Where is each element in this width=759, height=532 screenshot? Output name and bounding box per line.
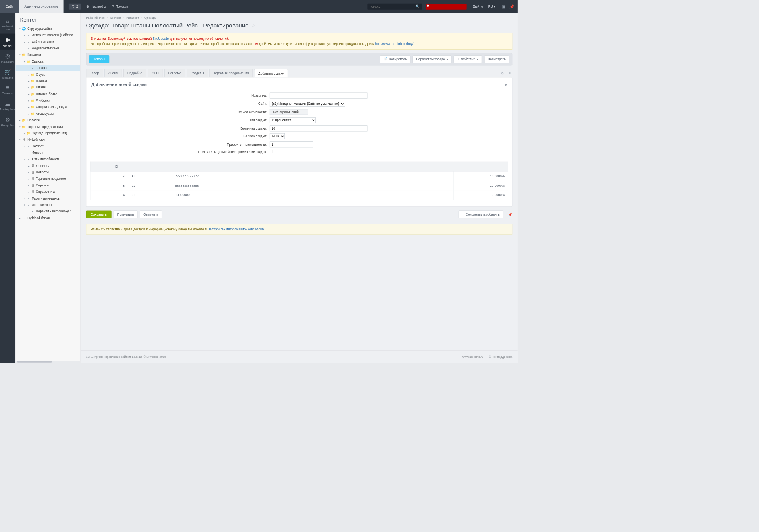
tab-site[interactable]: Сайт — [0, 0, 19, 13]
tovary-button[interactable]: Товары — [89, 55, 109, 63]
pin-icon[interactable]: 📌 — [509, 4, 514, 9]
tree-type-catalogs[interactable]: ▸🗄Каталоги — [15, 163, 80, 169]
tree-media[interactable]: •Медиабиблиотека — [15, 45, 80, 51]
select-type[interactable]: В процентах — [270, 117, 316, 123]
tree-shtany[interactable]: ▸📁Штаны — [15, 84, 80, 90]
apply-button[interactable]: Применить — [114, 211, 138, 218]
tree-highload[interactable]: ▸•Highload-блоки — [15, 215, 80, 221]
help-link[interactable]: ? Помощь — [112, 4, 128, 8]
tabs-gear-icon[interactable]: ⚙ — [499, 69, 506, 77]
tree-tools[interactable]: ▾•Инструменты — [15, 202, 80, 208]
cell-id: 8 — [90, 190, 128, 200]
tree-export[interactable]: ▸•Экспорт — [15, 143, 80, 149]
star-icon[interactable]: ☆ — [251, 23, 256, 29]
days-left: 15 — [254, 42, 258, 46]
tab-admin[interactable]: Администрирование — [19, 0, 64, 13]
tree-type-ref[interactable]: ▸🗄Справочники — [15, 188, 80, 195]
input-priority[interactable] — [270, 141, 313, 147]
window-icon[interactable]: ▣ — [502, 4, 505, 9]
cell-name: 8888888888888 — [172, 181, 454, 190]
tree-catalogs[interactable]: ▾📁Каталоги — [15, 52, 80, 58]
input-name[interactable] — [270, 93, 368, 99]
cancel-button[interactable]: Отменить — [140, 211, 162, 218]
tab-seo[interactable]: SEO — [148, 69, 163, 77]
table-row[interactable]: 5s1888888888888810.0000% — [90, 181, 508, 190]
notifications-button[interactable]: 🗨 2 — [69, 4, 81, 10]
bc-clothes[interactable]: Одежда — [144, 16, 156, 19]
period-button[interactable]: Без ограничений▾ — [270, 109, 308, 115]
tab-detail[interactable]: Подробно — [123, 69, 146, 77]
tree-aksessuary[interactable]: ▸📁Аксессуары — [15, 110, 80, 117]
tree-tovary[interactable]: •Товары — [15, 65, 80, 71]
search-icon[interactable]: 🔍 — [416, 4, 420, 8]
save-button[interactable]: Сохранить — [86, 211, 112, 218]
search-input[interactable] — [370, 4, 416, 8]
tab-tovar[interactable]: Товар — [86, 69, 103, 77]
rail-marketplace[interactable]: ☁Marketplace — [0, 98, 15, 114]
infoblock-settings-link[interactable]: Настройках информационного блока. — [207, 227, 264, 231]
pin-icon[interactable]: 📌 — [508, 212, 512, 216]
tree-label: Медиабиблиотека — [32, 47, 59, 51]
tab-add-discount[interactable]: Добавить скидку — [254, 69, 288, 77]
cell-pct: 10.0000% — [453, 181, 508, 190]
search-box[interactable]: 🔍 — [367, 4, 422, 10]
settings-link[interactable]: ⚙ Настройки — [86, 4, 107, 8]
rail-store[interactable]: 🛒Магазин — [0, 66, 15, 82]
tree-inet-shop[interactable]: ▸•Интернет-магазин (Сайт по — [15, 32, 80, 38]
tab-anons[interactable]: Анонс — [104, 69, 122, 77]
save-and-add-button[interactable]: +Сохранить и добавить — [459, 211, 503, 218]
tab-torg[interactable]: Торговые предложения — [209, 69, 253, 77]
panel-title: Добавление новой скидки — [91, 82, 147, 88]
tree-type-services[interactable]: ▸🗄Сервисы — [15, 182, 80, 188]
checkbox-stop[interactable] — [270, 150, 273, 153]
tab-razdely[interactable]: Разделы — [187, 69, 208, 77]
actions-button[interactable]: +Действия▾ — [454, 55, 482, 63]
tree-nizhnee[interactable]: ▸📁Нижнее белье — [15, 91, 80, 97]
select-site[interactable]: (s1) Интернет-магазин (Сайт по умолчанию… — [270, 101, 345, 107]
tree-news-root[interactable]: ▸📁Новости — [15, 117, 80, 123]
tree-import[interactable]: ▸•Импорт — [15, 149, 80, 156]
tabs-menu-icon[interactable]: ≡ — [507, 69, 512, 77]
tree-platya[interactable]: ▸📁Платья — [15, 78, 80, 84]
tree-type-torg[interactable]: ▸🗄Торговые предложе — [15, 176, 80, 182]
user-badge[interactable] — [426, 4, 466, 10]
tree-type-news[interactable]: ▸🗄Новости — [15, 169, 80, 175]
bc-desk[interactable]: Рабочий стол — [86, 16, 105, 19]
tree-clothes[interactable]: ▾📁Одежда — [15, 58, 80, 65]
params-button[interactable]: Параметры товара▾ — [412, 55, 451, 63]
collapse-icon[interactable]: ▾ — [505, 82, 507, 88]
tree-facet[interactable]: ▸•Фасетные индексы — [15, 195, 80, 202]
top-header: Сайт Администрирование 🗨 2 ⚙ Настройки ?… — [0, 0, 518, 13]
tree-torg-clothes[interactable]: ▸📁Одежда (предложения) — [15, 130, 80, 136]
rail-services[interactable]: ≡Сервисы — [0, 82, 15, 98]
footer-site-link[interactable]: www.1c-bitrix.ru — [462, 355, 483, 359]
table-row[interactable]: 4s1777777777777710.0000% — [90, 171, 508, 181]
tree-futbolki[interactable]: ▸📁Футболки — [15, 97, 80, 104]
tab-reklama[interactable]: Реклама — [164, 69, 185, 77]
rail-marketing[interactable]: ◎Маркетинг — [0, 50, 15, 66]
rail-desktop[interactable]: ⌂Рабочий стол — [0, 15, 15, 34]
tree-structure[interactable]: ▾🌐Структура сайта — [15, 26, 80, 32]
bc-content[interactable]: Контент — [110, 16, 121, 19]
tree-h-scrollbar[interactable] — [15, 361, 80, 363]
tree-torg-root[interactable]: ▾📁Торговые предложения — [15, 124, 80, 130]
tree-sport[interactable]: ▸📁Спортивная Одежда — [15, 104, 80, 110]
footer-support-link[interactable]: Техподдержка — [492, 355, 512, 359]
siteupdate-link[interactable]: SiteUpdate — [153, 37, 169, 41]
view-button[interactable]: Посмотреть — [484, 55, 509, 63]
table-row[interactable]: 8s110000000010.0000% — [90, 190, 508, 200]
select-currency[interactable]: RUB — [270, 133, 285, 139]
tree-infoblocks[interactable]: ▾🗄Инфоблоки — [15, 136, 80, 143]
tree-types[interactable]: ▾•Типы инфоблоков — [15, 156, 80, 162]
input-value[interactable] — [270, 125, 368, 131]
tree-goto-infoblock[interactable]: •Перейти к инфоблоку / — [15, 208, 80, 214]
buy-link[interactable]: http://www.1c-bitrix.ru/buy/ — [375, 42, 413, 46]
tree-obuv[interactable]: ▸📁Обувь — [15, 71, 80, 78]
lang-switch[interactable]: RU ▾ — [485, 4, 498, 8]
bc-catalogs[interactable]: Каталоги — [126, 16, 139, 19]
rail-content[interactable]: ▦Контент — [0, 34, 15, 50]
copy-button[interactable]: 📄Копировать — [380, 55, 410, 63]
logout-button[interactable]: Выйти — [470, 4, 485, 8]
rail-settings[interactable]: ⚙Настройки — [0, 114, 15, 130]
tree-files[interactable]: ▸•Файлы и папки — [15, 39, 80, 45]
